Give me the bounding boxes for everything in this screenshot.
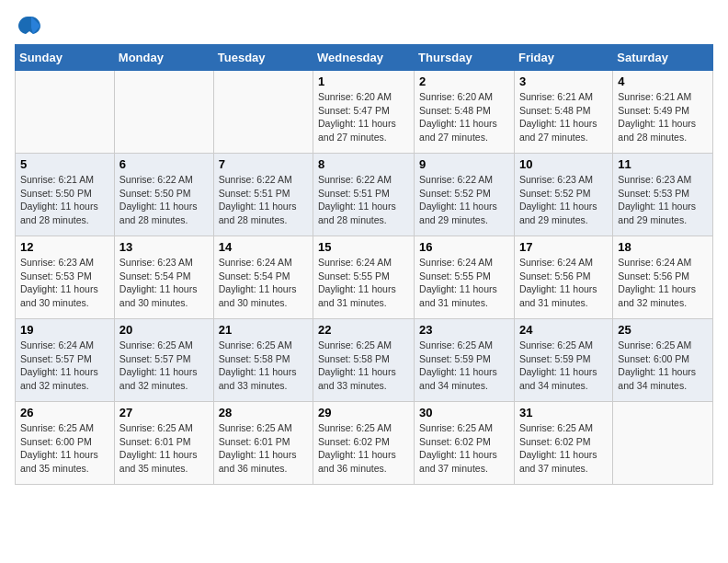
calendar-cell: 31Sunrise: 6:25 AM Sunset: 6:02 PM Dayli… [514, 402, 612, 485]
day-info: Sunrise: 6:25 AM Sunset: 6:02 PM Dayligh… [519, 421, 608, 476]
calendar-cell: 27Sunrise: 6:25 AM Sunset: 6:01 PM Dayli… [114, 402, 213, 485]
logo-icon [15, 15, 40, 37]
day-number: 17 [519, 240, 608, 254]
day-info: Sunrise: 6:23 AM Sunset: 5:53 PM Dayligh… [618, 173, 708, 227]
day-number: 14 [219, 240, 308, 254]
day-info: Sunrise: 6:20 AM Sunset: 5:48 PM Dayligh… [419, 90, 509, 144]
day-number: 19 [20, 323, 109, 337]
calendar-cell: 2Sunrise: 6:20 AM Sunset: 5:48 PM Daylig… [415, 71, 515, 154]
calendar-cell: 20Sunrise: 6:25 AM Sunset: 5:57 PM Dayli… [114, 319, 213, 402]
calendar-cell: 15Sunrise: 6:24 AM Sunset: 5:55 PM Dayli… [313, 236, 415, 319]
weekday-header-saturday: Saturday [613, 45, 713, 71]
calendar-body: 1Sunrise: 6:20 AM Sunset: 5:47 PM Daylig… [16, 71, 713, 485]
day-info: Sunrise: 6:23 AM Sunset: 5:53 PM Dayligh… [20, 256, 109, 310]
day-number: 11 [618, 157, 708, 171]
day-info: Sunrise: 6:23 AM Sunset: 5:52 PM Dayligh… [519, 173, 608, 227]
calendar-cell: 16Sunrise: 6:24 AM Sunset: 5:55 PM Dayli… [415, 236, 515, 319]
calendar-cell: 28Sunrise: 6:25 AM Sunset: 6:01 PM Dayli… [213, 402, 313, 485]
day-number: 20 [119, 323, 209, 337]
calendar-cell [114, 71, 213, 154]
day-number: 6 [119, 157, 209, 171]
day-number: 27 [119, 406, 209, 419]
calendar-cell: 6Sunrise: 6:22 AM Sunset: 5:50 PM Daylig… [114, 154, 213, 236]
week-row-3: 12Sunrise: 6:23 AM Sunset: 5:53 PM Dayli… [16, 236, 713, 319]
calendar-table: SundayMondayTuesdayWednesdayThursdayFrid… [15, 44, 713, 485]
day-info: Sunrise: 6:24 AM Sunset: 5:57 PM Dayligh… [20, 339, 109, 393]
calendar-cell: 3Sunrise: 6:21 AM Sunset: 5:48 PM Daylig… [514, 71, 612, 154]
day-number: 26 [20, 406, 109, 419]
calendar-cell: 1Sunrise: 6:20 AM Sunset: 5:47 PM Daylig… [313, 71, 415, 154]
calendar-cell: 13Sunrise: 6:23 AM Sunset: 5:54 PM Dayli… [114, 236, 213, 319]
calendar-cell: 10Sunrise: 6:23 AM Sunset: 5:52 PM Dayli… [514, 154, 612, 236]
calendar-cell: 8Sunrise: 6:22 AM Sunset: 5:51 PM Daylig… [313, 154, 415, 236]
calendar-cell [213, 71, 313, 154]
weekday-header-thursday: Thursday [415, 45, 515, 71]
day-info: Sunrise: 6:21 AM Sunset: 5:50 PM Dayligh… [20, 173, 109, 227]
weekday-header-row: SundayMondayTuesdayWednesdayThursdayFrid… [16, 45, 713, 71]
week-row-4: 19Sunrise: 6:24 AM Sunset: 5:57 PM Dayli… [16, 319, 713, 402]
calendar-cell: 11Sunrise: 6:23 AM Sunset: 5:53 PM Dayli… [613, 154, 713, 236]
week-row-1: 1Sunrise: 6:20 AM Sunset: 5:47 PM Daylig… [16, 71, 713, 154]
calendar-cell: 7Sunrise: 6:22 AM Sunset: 5:51 PM Daylig… [213, 154, 313, 236]
calendar-cell: 23Sunrise: 6:25 AM Sunset: 5:59 PM Dayli… [415, 319, 515, 402]
day-number: 18 [618, 240, 708, 254]
calendar-cell [613, 402, 713, 485]
calendar-cell: 9Sunrise: 6:22 AM Sunset: 5:52 PM Daylig… [415, 154, 515, 236]
week-row-5: 26Sunrise: 6:25 AM Sunset: 6:00 PM Dayli… [16, 402, 713, 485]
calendar-cell: 21Sunrise: 6:25 AM Sunset: 5:58 PM Dayli… [213, 319, 313, 402]
day-info: Sunrise: 6:23 AM Sunset: 5:54 PM Dayligh… [119, 256, 209, 310]
weekday-header-wednesday: Wednesday [313, 45, 415, 71]
day-info: Sunrise: 6:25 AM Sunset: 6:01 PM Dayligh… [219, 421, 308, 476]
day-info: Sunrise: 6:20 AM Sunset: 5:47 PM Dayligh… [318, 90, 409, 144]
calendar-cell: 30Sunrise: 6:25 AM Sunset: 6:02 PM Dayli… [415, 402, 515, 485]
day-info: Sunrise: 6:25 AM Sunset: 6:02 PM Dayligh… [419, 421, 509, 476]
day-number: 1 [318, 75, 409, 88]
page-header [15, 15, 713, 37]
calendar-cell: 18Sunrise: 6:24 AM Sunset: 5:56 PM Dayli… [613, 236, 713, 319]
logo-text [44, 17, 46, 34]
calendar-header: SundayMondayTuesdayWednesdayThursdayFrid… [16, 45, 713, 71]
day-info: Sunrise: 6:25 AM Sunset: 6:02 PM Dayligh… [318, 421, 409, 476]
day-info: Sunrise: 6:25 AM Sunset: 5:58 PM Dayligh… [219, 339, 308, 393]
day-info: Sunrise: 6:24 AM Sunset: 5:55 PM Dayligh… [318, 256, 409, 310]
day-info: Sunrise: 6:25 AM Sunset: 6:00 PM Dayligh… [618, 339, 708, 393]
day-number: 24 [519, 323, 608, 337]
day-info: Sunrise: 6:24 AM Sunset: 5:54 PM Dayligh… [219, 256, 308, 310]
day-number: 25 [618, 323, 708, 337]
day-info: Sunrise: 6:24 AM Sunset: 5:56 PM Dayligh… [519, 256, 608, 310]
calendar-cell: 26Sunrise: 6:25 AM Sunset: 6:00 PM Dayli… [16, 402, 115, 485]
day-number: 15 [318, 240, 409, 254]
weekday-header-friday: Friday [514, 45, 612, 71]
day-number: 8 [318, 157, 409, 171]
day-info: Sunrise: 6:25 AM Sunset: 5:59 PM Dayligh… [419, 339, 509, 393]
day-number: 3 [519, 75, 608, 88]
day-info: Sunrise: 6:25 AM Sunset: 6:01 PM Dayligh… [119, 421, 209, 476]
day-info: Sunrise: 6:25 AM Sunset: 6:00 PM Dayligh… [20, 421, 109, 476]
weekday-header-tuesday: Tuesday [213, 45, 313, 71]
calendar-cell: 4Sunrise: 6:21 AM Sunset: 5:49 PM Daylig… [613, 71, 713, 154]
day-info: Sunrise: 6:25 AM Sunset: 5:59 PM Dayligh… [519, 339, 608, 393]
day-info: Sunrise: 6:25 AM Sunset: 5:57 PM Dayligh… [119, 339, 209, 393]
day-info: Sunrise: 6:24 AM Sunset: 5:55 PM Dayligh… [419, 256, 509, 310]
calendar-cell: 22Sunrise: 6:25 AM Sunset: 5:58 PM Dayli… [313, 319, 415, 402]
day-number: 28 [219, 406, 308, 419]
day-info: Sunrise: 6:21 AM Sunset: 5:49 PM Dayligh… [618, 90, 708, 144]
day-info: Sunrise: 6:25 AM Sunset: 5:58 PM Dayligh… [318, 339, 409, 393]
day-info: Sunrise: 6:22 AM Sunset: 5:51 PM Dayligh… [318, 173, 409, 227]
day-number: 31 [519, 406, 608, 419]
day-number: 10 [519, 157, 608, 171]
day-info: Sunrise: 6:22 AM Sunset: 5:52 PM Dayligh… [419, 173, 509, 227]
calendar-cell: 14Sunrise: 6:24 AM Sunset: 5:54 PM Dayli… [213, 236, 313, 319]
calendar-cell: 25Sunrise: 6:25 AM Sunset: 6:00 PM Dayli… [613, 319, 713, 402]
calendar-cell: 5Sunrise: 6:21 AM Sunset: 5:50 PM Daylig… [16, 154, 115, 236]
calendar-cell [16, 71, 115, 154]
calendar-cell: 12Sunrise: 6:23 AM Sunset: 5:53 PM Dayli… [16, 236, 115, 319]
day-number: 21 [219, 323, 308, 337]
day-info: Sunrise: 6:22 AM Sunset: 5:51 PM Dayligh… [219, 173, 308, 227]
logo [15, 15, 46, 37]
calendar-cell: 17Sunrise: 6:24 AM Sunset: 5:56 PM Dayli… [514, 236, 612, 319]
day-number: 2 [419, 75, 509, 88]
calendar-cell: 19Sunrise: 6:24 AM Sunset: 5:57 PM Dayli… [16, 319, 115, 402]
day-info: Sunrise: 6:24 AM Sunset: 5:56 PM Dayligh… [618, 256, 708, 310]
day-number: 9 [419, 157, 509, 171]
